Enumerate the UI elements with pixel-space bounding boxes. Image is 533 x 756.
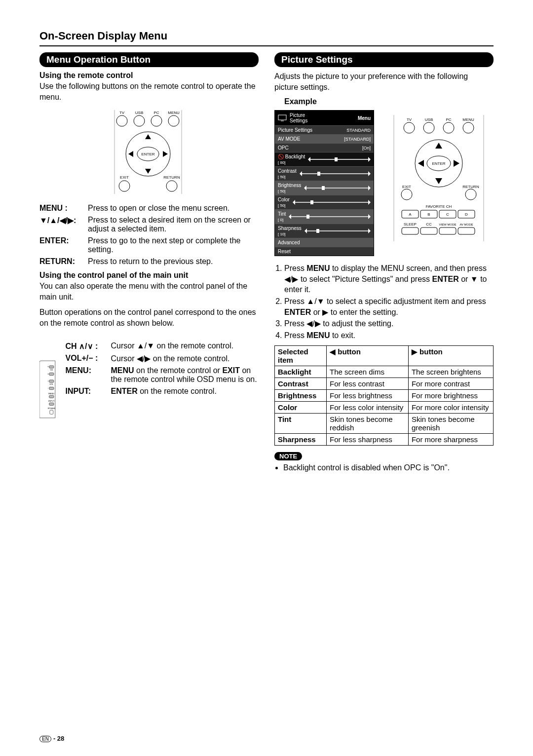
right-column: Picture Settings Adjusts the picture to … [274, 52, 494, 472]
svg-text:∨: ∨ [47, 372, 49, 375]
r2-sleep: SLEEP [404, 222, 417, 227]
r2-cc: CC [426, 222, 432, 227]
table-cell: Color [275, 402, 327, 414]
label-usb: USB [135, 111, 143, 115]
osd-row: Reset [275, 247, 374, 256]
osd-head-menu: Menu [358, 115, 371, 121]
table-cell: For more brightness [408, 390, 493, 402]
panel-vol: VOL [49, 383, 54, 385]
remote-def-term: ENTER: [39, 236, 84, 254]
intro-panel-b: Button operations on the control panel c… [39, 307, 259, 328]
remote-def-desc: Press to select a desired item on the sc… [88, 216, 259, 233]
r2-pc: PC [446, 117, 451, 122]
page-title: On-Screen Display Menu [39, 30, 494, 42]
panel-menu: MENU [48, 392, 54, 394]
osd-row-value: STANDARD [346, 128, 371, 133]
osd-row-value: [STANDARD] [344, 137, 371, 142]
remote-def-term: MENU : [39, 204, 84, 213]
steps-list: Press MENU to display the MENU screen, a… [274, 263, 494, 340]
svg-point-10 [119, 181, 130, 191]
panel-def-term: MENU: [66, 366, 107, 384]
example-label: Example [274, 97, 494, 106]
panel-def-desc: ENTER on the remote control. [111, 387, 259, 396]
svg-rect-15 [49, 366, 54, 368]
table-cell: Backlight [275, 366, 327, 378]
svg-text:∧: ∧ [47, 365, 49, 368]
section-picture-settings: Picture Settings [274, 52, 494, 67]
osd-slider [293, 200, 371, 205]
svg-rect-48 [458, 227, 475, 234]
r2-exit: EXIT [402, 185, 411, 189]
osd-row: Brightness[ 50] [275, 181, 374, 195]
intro-picture: Adjusts the picture to your preference w… [274, 71, 494, 92]
svg-rect-23 [49, 403, 54, 405]
svg-marker-35 [435, 143, 442, 149]
remote-diagram: TV USB PC MENU ENTER EXIT [95, 107, 203, 196]
osd-row-label: AV MODE [278, 136, 300, 142]
remote-def-term: RETURN: [39, 257, 84, 266]
panel-def-desc: Cursor ◀/▶ on the remote control. [111, 354, 259, 363]
table-cell: For more contrast [408, 378, 493, 390]
osd-row-value: [On] [362, 146, 371, 151]
table-row: ColorFor less color intensityFor more co… [275, 402, 494, 414]
svg-rect-47 [439, 227, 456, 234]
remote-def-term: ▼/▲/◀/▶: [39, 216, 84, 233]
osd-slider [289, 214, 371, 219]
svg-marker-6 [145, 134, 151, 139]
table-header: ▶ button [408, 346, 493, 366]
intro-remote: Use the following buttons on the remote … [39, 81, 259, 102]
osd-slider [300, 171, 371, 176]
osd-slider [304, 186, 371, 190]
step-item: Press ◀/▶ to adjust the setting. [284, 318, 494, 329]
table-cell: Sharpness [275, 434, 327, 446]
remote-def-desc: Press to go to the next step or complete… [88, 236, 259, 254]
osd-menu: PictureSettingsMenuPicture SettingsSTAND… [274, 110, 374, 256]
panel-def-desc: MENU on the remote control or EXIT on th… [111, 366, 259, 384]
svg-point-11 [166, 181, 177, 191]
adjust-table: Selected item◀ button▶ buttonBacklightTh… [274, 345, 494, 446]
table-cell: The screen dims [327, 366, 409, 378]
svg-point-1 [134, 115, 145, 126]
svg-rect-25 [278, 115, 286, 120]
panel-def-term: CH ∧/∨ : [66, 341, 107, 351]
table-cell: For less color intensity [327, 402, 409, 414]
svg-rect-46 [420, 227, 437, 234]
table-header: ◀ button [327, 346, 409, 366]
svg-rect-21 [49, 387, 54, 389]
note-item: Backlight control is disabled when OPC i… [283, 463, 494, 472]
osd-row: Sharpness[ 10] [275, 224, 374, 238]
svg-point-40 [465, 189, 476, 200]
table-cell: Brightness [275, 390, 327, 402]
panel-ch: CH [50, 369, 53, 371]
r2-enter: ENTER [432, 161, 445, 166]
label-pc: PC [153, 111, 159, 115]
svg-point-29 [404, 122, 415, 133]
svg-point-3 [168, 115, 179, 126]
svg-rect-17 [49, 373, 54, 375]
r2-d: D [465, 212, 468, 217]
osd-row: OPC[On] [275, 143, 374, 152]
osd-row-label: Brightness[ 50] [278, 183, 301, 193]
osd-slider [308, 157, 371, 162]
table-row: BrightnessFor less brightnessFor more br… [275, 390, 494, 402]
table-row: SharpnessFor less sharpnessFor more shar… [275, 434, 494, 446]
table-cell: For less brightness [327, 390, 409, 402]
r2-b: B [427, 212, 430, 217]
table-cell: For more sharpness [408, 434, 493, 446]
table-cell: For less contrast [327, 378, 409, 390]
osd-row-label: Color[ 50] [278, 197, 290, 208]
osd-row: AV MODE[STANDARD] [275, 134, 374, 143]
table-row: ContrastFor less contrastFor more contra… [275, 378, 494, 390]
step-item: Press ▲/▼ to select a specific adjustmen… [284, 296, 494, 317]
label-exit: EXIT [120, 175, 129, 180]
osd-row: Tint[ 0] [275, 209, 374, 224]
table-cell: Skin tones become reddish [327, 414, 409, 434]
svg-marker-38 [454, 160, 459, 167]
svg-rect-22 [49, 395, 54, 398]
r2-return: RETURN [462, 185, 479, 189]
r2-menu: MENU [462, 117, 474, 122]
osd-row: 🚫 Backlight[ 80] [275, 152, 374, 166]
label-menu: MENU [168, 111, 180, 115]
osd-row-label: Contrast[ 50] [278, 168, 297, 179]
table-cell: The screen brightens [408, 366, 493, 378]
